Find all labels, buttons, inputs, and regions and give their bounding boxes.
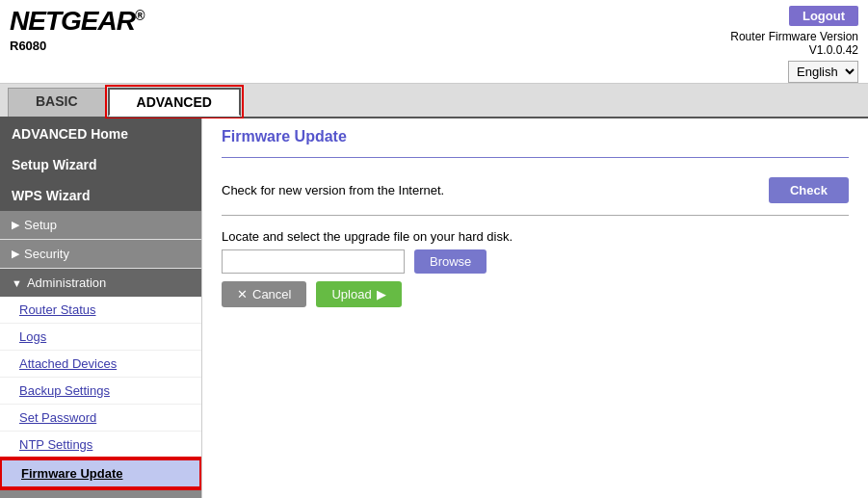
sidebar: ADVANCED Home Setup Wizard WPS Wizard ▶ … xyxy=(0,118,202,498)
setup-arrow-icon: ▶ xyxy=(12,219,19,231)
logout-button[interactable]: Logout xyxy=(789,6,858,26)
check-button[interactable]: Check xyxy=(769,177,849,203)
check-section: Check for new version from the Internet.… xyxy=(222,166,849,216)
sidebar-item-administration[interactable]: ▼ Administration xyxy=(0,269,201,297)
sidebar-group-advanced-setup: ▶ Advanced Setup xyxy=(0,489,201,498)
language-select[interactable]: English xyxy=(788,61,858,83)
header: NETGEAR® R6080 Logout Router Firmware Ve… xyxy=(0,0,868,84)
upload-icon: ▶ xyxy=(377,287,386,301)
sidebar-group-security: ▶ Security xyxy=(0,240,201,269)
sidebar-item-setup[interactable]: ▶ Setup xyxy=(0,211,201,239)
file-select-row: Browse xyxy=(222,249,849,274)
logo-name: NETGEAR xyxy=(10,6,135,36)
sidebar-administration-label: Administration xyxy=(27,275,106,290)
tab-advanced[interactable]: ADVANCED xyxy=(108,88,241,117)
upgrade-section: Locate and select the upgrade file on yo… xyxy=(222,229,849,307)
sidebar-sub-backup-settings[interactable]: Backup Settings xyxy=(0,378,201,405)
sidebar-item-advanced-setup[interactable]: ▶ Advanced Setup xyxy=(0,489,201,498)
upload-button[interactable]: Upload ▶ xyxy=(316,281,401,307)
tab-bar: BASIC ADVANCED xyxy=(0,84,868,118)
logo-reg: ® xyxy=(135,8,144,23)
sidebar-sub-attached-devices[interactable]: Attached Devices xyxy=(0,351,201,378)
sidebar-security-label: Security xyxy=(24,247,69,261)
security-arrow-icon: ▶ xyxy=(12,248,19,260)
sidebar-sub-firmware-update[interactable]: Firmware Update xyxy=(0,459,201,488)
sidebar-sub-ntp-settings[interactable]: NTP Settings xyxy=(0,432,201,459)
content-area: Firmware Update Check for new version fr… xyxy=(202,118,868,498)
sidebar-sub-router-status[interactable]: Router Status xyxy=(0,297,201,324)
check-label: Check for new version from the Internet. xyxy=(222,183,444,197)
cancel-label: Cancel xyxy=(252,287,291,301)
sidebar-sub-set-password[interactable]: Set Password xyxy=(0,405,201,432)
sidebar-sub-logs[interactable]: Logs xyxy=(0,324,201,351)
sidebar-group-administration: ▼ Administration Router Status Logs Atta… xyxy=(0,269,201,489)
sidebar-wps-wizard[interactable]: WPS Wizard xyxy=(0,180,201,211)
cancel-icon: ✕ xyxy=(237,287,248,301)
cancel-button[interactable]: ✕ Cancel xyxy=(222,281,306,307)
upload-label: Upload xyxy=(331,287,371,301)
firmware-version-text: Router Firmware Version xyxy=(730,30,858,43)
sidebar-item-security[interactable]: ▶ Security xyxy=(0,240,201,268)
administration-arrow-icon: ▼ xyxy=(12,277,22,289)
logo: NETGEAR® xyxy=(10,6,144,37)
sidebar-setup-wizard[interactable]: Setup Wizard xyxy=(0,149,201,180)
upgrade-label: Locate and select the upgrade file on yo… xyxy=(222,229,849,244)
main-layout: ADVANCED Home Setup Wizard WPS Wizard ▶ … xyxy=(0,118,868,498)
sidebar-group-setup: ▶ Setup xyxy=(0,211,201,240)
action-row: ✕ Cancel Upload ▶ xyxy=(222,281,849,307)
firmware-version-label: Router Firmware Version V1.0.0.42 xyxy=(730,30,858,57)
browse-button[interactable]: Browse xyxy=(414,249,487,274)
logo-area: NETGEAR® R6080 xyxy=(10,6,144,53)
divider-top xyxy=(222,157,849,158)
header-right: Logout Router Firmware Version V1.0.0.42… xyxy=(730,6,858,83)
firmware-version-value: V1.0.0.42 xyxy=(809,43,858,57)
language-selector-wrap: English xyxy=(788,61,858,83)
tab-basic[interactable]: BASIC xyxy=(8,88,106,117)
sidebar-setup-label: Setup xyxy=(24,218,57,232)
model-number: R6080 xyxy=(10,39,144,53)
sidebar-advanced-home[interactable]: ADVANCED Home xyxy=(0,118,201,149)
page-title: Firmware Update xyxy=(222,128,849,149)
file-input[interactable] xyxy=(222,249,405,274)
